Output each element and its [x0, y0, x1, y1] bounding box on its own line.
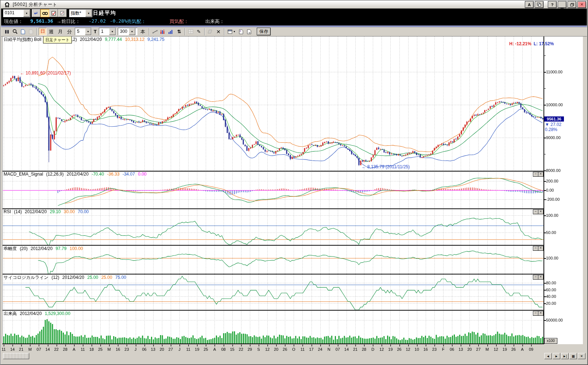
right-arrow-icon: ► [555, 354, 558, 358]
current-price-label: 現在値： [4, 18, 23, 25]
draw-button[interactable]: ✎ [195, 28, 203, 35]
eraser-icon [60, 11, 65, 15]
template-page-icon [239, 29, 243, 34]
erase-drawing-button[interactable] [206, 28, 214, 35]
title-bar: [5002] 分析チャート A ? ▁ ✕ [1, 1, 587, 9]
chart-toolbar: 日 週 月 分 5 ▼ T 1 ▼ 300 ▼ 本 ⇅ ✎ ✕ ▼ 保存 [1, 27, 587, 36]
interval-dropdown-arrow-icon[interactable]: ▼ [109, 28, 116, 35]
change-value: -27.02 [89, 18, 106, 24]
scroll-right-button[interactable]: ► [553, 353, 560, 359]
toolbar-separator [224, 28, 225, 35]
interval-value: 1 [99, 28, 109, 35]
jump-latest-button[interactable]: ►| [561, 353, 569, 359]
close-small-icon: ✕ [580, 354, 583, 358]
font-size-button[interactable]: A [525, 1, 534, 8]
delete-all-button[interactable]: ✕ [214, 28, 223, 35]
window-copy-button[interactable] [535, 1, 543, 8]
sort-updown-button[interactable]: ⇅ [175, 28, 183, 35]
pencil-icon: ✎ [197, 29, 201, 34]
ask-label: 売気配： [127, 18, 146, 25]
quote-bar: 0101 ▼ ↵ 指数* ▼ 日経平均 現在値： 9,561.36 →前日比： … [1, 8, 587, 26]
toolbar-separator [204, 28, 205, 35]
restore-button[interactable] [568, 1, 576, 8]
scroll-left-button[interactable]: ◄ [544, 353, 552, 359]
eraser-block-icon [208, 30, 213, 34]
chart-canvas[interactable] [0, 36, 588, 353]
category-select[interactable]: 指数* ▼ [69, 9, 92, 17]
window-title: [5002] 分析チャート [13, 1, 58, 8]
layout-dropdown-arrow-icon: ▼ [233, 30, 236, 33]
bar-count-dropdown-arrow-icon[interactable]: ▼ [129, 28, 135, 35]
horizontal-scrollbar-thumb[interactable] [3, 353, 29, 359]
symbol-input[interactable]: 0101 ▼ [3, 9, 30, 17]
minimize-button[interactable]: ▁ [558, 1, 566, 8]
period-month-button[interactable]: 月 [56, 28, 65, 35]
trendline-button[interactable] [151, 28, 159, 35]
toolbar-separator [36, 28, 37, 35]
copy-chart-button[interactable] [27, 28, 35, 35]
period-minute-button[interactable]: 分 [65, 28, 74, 35]
minute-select[interactable]: 5 ▼ [75, 28, 92, 35]
change-pct-value: -0.28% [110, 18, 127, 24]
bars-unit-label: 本 [138, 28, 147, 35]
current-price-value: 9,561.36 [30, 18, 53, 24]
binoculars-icon [42, 11, 48, 15]
histogram-red-blue-icon [160, 29, 166, 34]
save-template-button[interactable] [237, 28, 245, 35]
bar-count-select[interactable]: 300 ▼ [118, 28, 138, 35]
tick-label: T [92, 29, 98, 34]
search-button[interactable] [40, 9, 49, 17]
return-arrow-icon: ↵ [34, 11, 38, 16]
delete-x-icon: ✕ [216, 29, 221, 35]
page-copy-icon [29, 29, 33, 34]
histogram-blue-icon [168, 29, 174, 34]
template-load-icon [247, 29, 251, 34]
symbol-dropdown-arrow-icon[interactable]: ▼ [23, 9, 30, 17]
left-arrow-icon: ◄ [546, 354, 550, 358]
bottom-bar: ◄ ► ►| ▦ ✕ [1, 353, 587, 359]
close-button[interactable]: ✕ [577, 1, 586, 8]
indicator-red-button[interactable] [159, 28, 167, 35]
layout-window-icon [228, 30, 232, 34]
minimize-icon: ▁ [561, 4, 564, 8]
minute-dropdown-arrow-icon[interactable]: ▼ [85, 28, 91, 35]
close-panel-button[interactable]: ✕ [578, 353, 585, 359]
app-logo-icon [4, 2, 10, 8]
market-board-icon [4, 29, 9, 34]
page-icon [21, 29, 25, 34]
save-button[interactable]: 保存 [257, 28, 271, 35]
load-template-button[interactable] [245, 28, 253, 35]
trendline-icon [152, 30, 158, 34]
period-day-button[interactable]: 日 [39, 28, 47, 35]
change-label: →前日比： [57, 18, 80, 25]
edit-button[interactable] [49, 9, 58, 17]
price-row: 現在値： 9,561.36 →前日比： -27.02 -0.28% 売気配： 買… [1, 18, 587, 25]
chart-nav-buttons: ◄ ► ►| ▦ ✕ [543, 353, 585, 359]
zoom-button[interactable] [11, 28, 19, 35]
grid-view-button[interactable]: ▦ [569, 353, 577, 359]
bid-label: 買気配： [170, 18, 189, 25]
new-chart-button[interactable] [19, 28, 27, 35]
toolbar-separator [149, 28, 150, 35]
submit-button[interactable]: ↵ [32, 9, 40, 17]
last-page-icon: ►| [563, 354, 567, 358]
memo-icon [51, 11, 56, 16]
clear-button[interactable] [58, 9, 67, 17]
symbol-row: 0101 ▼ ↵ 指数* ▼ 日経平均 [1, 9, 587, 17]
period-week-button[interactable]: 週 [47, 28, 56, 35]
toolbar-separator [185, 28, 185, 35]
category-value: 指数* [69, 9, 85, 17]
indicator-blue-button[interactable] [167, 28, 175, 35]
restore-icon [570, 3, 574, 7]
grid-view-icon: ▦ [572, 354, 575, 358]
layout-select-button[interactable]: ▼ [226, 28, 237, 35]
market-board-button[interactable] [3, 28, 11, 35]
instrument-name: 日経平均 [93, 10, 116, 16]
interval-select[interactable]: 1 ▼ [99, 28, 116, 35]
minute-value: 5 [75, 28, 85, 35]
grid-settings-button[interactable] [187, 28, 195, 35]
symbol-value: 0101 [3, 9, 23, 17]
help-button[interactable]: ? [548, 1, 557, 8]
category-dropdown-arrow-icon[interactable]: ▼ [85, 9, 92, 17]
session-volume-label: 出来高： [205, 18, 224, 25]
